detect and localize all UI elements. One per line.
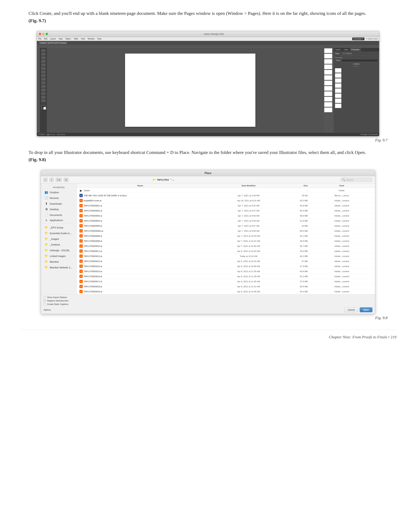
sidebar-item-blambot[interactable]: 📁 Blambot [42,259,76,265]
list-item[interactable]: Ai TMYLITD003016.ai Apr 8, 2021 at 11:39… [77,274,375,279]
page-mini-8[interactable] [335,104,341,108]
page-thumb-9[interactable] [324,91,332,96]
create-captions-checkbox[interactable] [44,303,46,305]
tool-text[interactable] [41,60,46,63]
menu-file[interactable]: File [38,38,41,40]
search-bar[interactable]: 🔍 Search [340,178,373,182]
col-header-name[interactable]: Name ↑ [79,184,203,187]
tool-pen[interactable] [41,56,46,59]
tab-properties[interactable]: Properties [350,48,361,52]
tool-direct-select[interactable] [41,53,46,56]
page-thumb-10[interactable] [324,97,332,102]
list-item[interactable]: ▶ 📁 Colors -- Folder [77,188,375,193]
page-thumb-6[interactable] [324,75,332,80]
tool-rectangle[interactable] [41,71,46,74]
sidebar-item-dropbox[interactable]: 👥 Dropbox [42,190,76,195]
menu-table[interactable]: Table [74,38,78,40]
menu-window[interactable]: Window [87,38,95,40]
page-thumb-11[interactable] [324,102,332,107]
list-item[interactable]: Ai TMYLITD003012.ai Today at 10:42 AM 46… [77,254,375,259]
list-item[interactable]: Ai TMYLITD003013.ai Apr 8, 2021 at 10:34… [77,259,375,264]
col-header-kind[interactable]: Kind [311,184,372,187]
list-item[interactable]: Ai TMYLITD003010.ai Apr 7, 2021 at 10:50… [77,244,375,249]
sidebar-item-images[interactable]: 📁 _images [42,236,76,242]
sidebar-item-applications[interactable]: A Applications [42,218,76,223]
close-button[interactable] [39,33,41,35]
tool-frame[interactable] [41,67,46,70]
list-item[interactable]: Ai TMYLITD003014.ai Apr 8, 2021 at 10:56… [77,264,375,269]
sidebar-item-eps-dump[interactable]: 📁 _EPS Dump [42,225,76,230]
list-item[interactable]: Ai tmylitd003-cover.ai Apr 26, 2021 at 9… [77,198,375,203]
list-item[interactable]: Ai TMYLITD003011.ai Apr 8, 2021 at 10:20… [77,249,375,254]
tab-layers[interactable]: Layers [334,48,342,52]
sidebar-item-recents[interactable]: 🕐 Recents [42,195,76,201]
tool-selection[interactable] [41,49,46,52]
color-boxes[interactable] [41,105,45,109]
maximize-button[interactable] [46,33,48,35]
page-mini-1[interactable] [335,68,341,73]
tool-eyedropper[interactable] [41,88,46,91]
back-button[interactable]: < [43,178,48,182]
page-thumb-12[interactable] [324,107,332,112]
menu-type[interactable]: Type [58,38,63,40]
list-item[interactable]: Ai TMYLITD003018.ai Apr 8, 2021 at 11:51… [77,284,375,289]
essentials-dropdown[interactable]: Essentials ▾ [352,38,364,40]
tool-hand[interactable] [41,96,46,99]
page-mini-6[interactable] [335,94,341,98]
list-item[interactable]: Ai TMYLITD003006s.ai Apr 7, 2021 at 9:58… [77,228,375,233]
tab-links[interactable]: Links [342,48,350,52]
adobe-stock[interactable]: ✦ Adobe Stock [366,38,378,40]
panel-name-input[interactable] [341,59,378,62]
replace-selected-checkbox[interactable] [44,300,46,302]
open-button[interactable]: Open [360,307,372,312]
page-mini-7[interactable] [335,98,341,103]
menu-edit[interactable]: Edit [44,38,47,40]
menu-layout[interactable]: Layout [50,38,56,40]
page-mini-5[interactable] [335,88,341,93]
tool-gradient[interactable] [41,81,46,84]
page-thumb-2[interactable] [324,54,332,58]
list-item[interactable]: Ai TMYLITD003009.ai Apr 7, 2021 at 10:41… [77,238,375,244]
list-item[interactable]: Ai TMYLITD003001.ai Apr 7, 2021 at 9:32 … [77,203,375,208]
sidebar-item-for-word[interactable]: 📁 _forWord [42,242,76,247]
list-item[interactable]: Ai TMYLITD003002.ai Apr 7, 2021 at 9:37 … [77,208,375,213]
page-thumb-8[interactable] [324,86,332,91]
cancel-button[interactable]: Cancel [344,307,358,312]
list-item[interactable]: Ai TMYLITD003017.ai Apr 8, 2021 at 11:45… [77,279,375,284]
menu-view[interactable]: View [81,38,85,40]
list-item[interactable]: Ai TMYLITD003004.ai Apr 7, 2021 at 9:49 … [77,218,375,223]
page-thumb-4[interactable] [324,64,332,69]
tool-scissors[interactable] [41,74,46,77]
minimize-button[interactable] [42,33,45,35]
forward-button[interactable]: > [49,178,54,182]
page-mini-2[interactable] [335,73,341,78]
tool-pencil[interactable] [41,63,46,66]
list-item[interactable]: Ai TMYLITD003003.ai Apr 7, 2021 at 9:46 … [77,213,375,218]
options-label[interactable]: Options [44,309,51,311]
list-item[interactable]: Ai TMYLITD003019.ai Apr 8, 2021 at 11:56… [77,289,375,294]
list-item[interactable]: Ai TMYLITD003015.ai Apr 8, 2021 at 11:00… [77,269,375,274]
page-mini-3[interactable] [335,78,341,83]
sidebar-item-desktop[interactable]: 🖥 Desktop [42,207,76,212]
sidebar-item-downloads[interactable]: ⬇ Downloads [42,201,76,206]
page-mini-4[interactable] [335,83,341,88]
tab-cc-libraries[interactable]: CC Libraries [341,52,354,55]
menu-object[interactable]: Object [65,38,71,40]
sidebar-item-linked-images[interactable]: 📁 Linked Images [42,253,76,259]
col-header-size[interactable]: Size [295,184,311,187]
tab-pages[interactable]: Pages [334,52,341,55]
sidebar-item-blambot-website[interactable]: 📁 Blambot Website 2... [42,265,76,270]
col-header-date[interactable]: Date Modified [203,184,295,187]
tool-free-transform[interactable] [41,78,46,81]
list-item[interactable]: W THE ME YOU LOVE IN THE DARK 3 v3.docx … [77,193,375,198]
new-folder-button[interactable]: ⊡ [64,178,68,182]
show-import-checkbox[interactable] [44,296,46,299]
view-button[interactable]: ≡ ▾ [56,178,62,182]
folder-arrows[interactable]: ⌃⌄ [170,178,174,181]
page-thumb-3[interactable] [324,59,332,64]
sidebar-item-documents[interactable]: 📄 Documents [42,212,76,218]
menu-help[interactable]: Help [97,38,101,40]
list-item[interactable]: Ai TMYLITD003005.ai Apr 7, 2021 at 9:57 … [77,223,375,228]
sidebar-item-indesign-egcbl[interactable]: 📁 InDesign - EGCBL [42,247,76,253]
tool-measure[interactable] [41,92,46,95]
